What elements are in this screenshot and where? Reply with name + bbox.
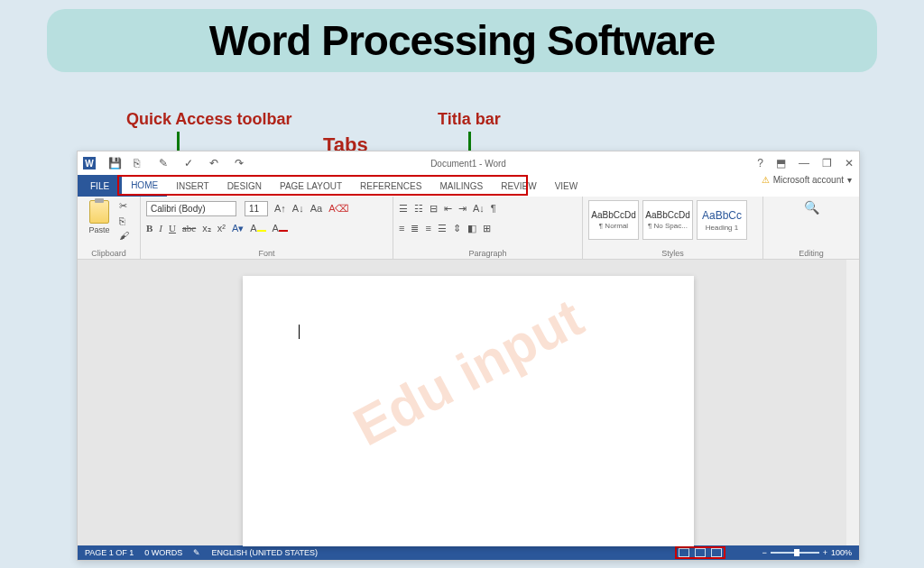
align-left-icon[interactable]: ≡ — [399, 223, 404, 234]
style-name: ¶ Normal — [599, 222, 628, 230]
zoom-value[interactable]: 100% — [831, 548, 852, 557]
grow-font-icon[interactable]: A↑ — [274, 203, 286, 214]
bullet-list-icon[interactable]: ☰ — [399, 203, 408, 215]
status-page[interactable]: PAGE 1 OF 1 — [85, 548, 134, 557]
redo-icon[interactable]: ↷ — [235, 157, 247, 169]
view-buttons — [675, 546, 725, 559]
window-controls: ? ⬒ — ❐ ✕ — [757, 157, 854, 169]
ribbon-group-styles: AaBbCcDd ¶ Normal AaBbCcDd ¶ No Spac... … — [583, 197, 763, 259]
group-label: Paragraph — [399, 249, 577, 259]
view-web-icon[interactable] — [711, 548, 722, 557]
help-icon[interactable]: ? — [757, 157, 763, 169]
multilevel-list-icon[interactable]: ⊟ — [430, 203, 438, 215]
tab-pagelayout[interactable]: PAGE LAYOUT — [271, 175, 351, 197]
font-name-select[interactable]: Calibri (Body) — [146, 201, 236, 216]
annotation-qat: Quick Access toolbar — [126, 110, 291, 129]
font-color-button[interactable]: A — [273, 223, 288, 234]
tab-references[interactable]: REFERENCES — [351, 175, 430, 197]
text-effects-button[interactable]: A▾ — [232, 223, 244, 234]
qat-btn[interactable]: ⎘ — [134, 157, 146, 169]
group-label: Clipboard — [83, 249, 134, 259]
document-area — [78, 260, 859, 545]
superscript-button[interactable]: x² — [217, 223, 226, 234]
change-case-icon[interactable]: Aa — [310, 203, 322, 214]
word-application-window: W 💾 ⎘ ✎ ✓ ↶ ↷ Document1 - Word ? ⬒ — ❐ ✕… — [77, 151, 860, 561]
strikethrough-button[interactable]: abc — [182, 223, 196, 234]
status-language[interactable]: ENGLISH (UNITED STATES) — [211, 548, 318, 557]
style-name: ¶ No Spac... — [648, 222, 688, 230]
status-proof-icon[interactable]: ✎ — [193, 548, 200, 557]
style-heading1[interactable]: AaBbCc Heading 1 — [697, 200, 747, 240]
group-label: Font — [146, 249, 387, 259]
paste-button[interactable]: Paste — [83, 200, 116, 234]
status-bar: PAGE 1 OF 1 0 WORDS ✎ ENGLISH (UNITED ST… — [78, 545, 859, 560]
qat-btn[interactable]: ✎ — [159, 157, 171, 169]
zoom-in-icon[interactable]: + — [823, 548, 827, 557]
minimize-icon[interactable]: — — [799, 157, 809, 169]
font-size-select[interactable]: 11 — [245, 201, 268, 216]
annotation-titlebar: Titla bar — [438, 110, 501, 129]
number-list-icon[interactable]: ☷ — [414, 203, 423, 215]
increase-indent-icon[interactable]: ⇥ — [458, 203, 467, 215]
zoom-slider[interactable]: − + 100% — [762, 548, 852, 557]
zoom-knob[interactable] — [794, 549, 799, 556]
restore-icon[interactable]: ❐ — [822, 157, 832, 169]
bold-button[interactable]: B — [146, 223, 152, 234]
show-marks-icon[interactable]: ¶ — [491, 203, 496, 214]
zoom-out-icon[interactable]: − — [762, 548, 766, 557]
account-area[interactable]: ⚠ Microsoft account ▾ — [762, 175, 852, 185]
tab-home[interactable]: HOME — [122, 175, 167, 197]
borders-icon[interactable]: ⊞ — [483, 223, 491, 234]
highlight-button[interactable]: A — [250, 223, 265, 234]
style-preview: AaBbCcDd — [591, 210, 635, 220]
group-label: Styles — [588, 249, 757, 259]
tab-file[interactable]: FILE — [78, 175, 122, 197]
clear-format-icon[interactable]: A⌫ — [328, 203, 349, 215]
qat-btn[interactable]: ✓ — [184, 157, 197, 169]
ribbon: Paste ✂ ⎘ 🖌 Clipboard Calibri (Body) 11 … — [78, 197, 859, 260]
style-preview: AaBbCcDd — [645, 210, 689, 220]
style-preview: AaBbCc — [702, 209, 742, 222]
undo-icon[interactable]: ↶ — [209, 157, 222, 169]
ribbon-options-icon[interactable]: ⬒ — [776, 157, 786, 169]
tab-review[interactable]: REVIEW — [492, 175, 545, 197]
ribbon-tabs: FILE HOME INSERT DESIGN PAGE LAYOUT REFE… — [78, 175, 859, 197]
cut-icon[interactable]: ✂ — [119, 200, 129, 212]
account-label: Microsoft account — [773, 175, 844, 185]
page-title: Word Processing Software — [74, 16, 850, 65]
sort-icon[interactable]: A↓ — [473, 203, 485, 214]
paste-label: Paste — [88, 225, 109, 234]
ribbon-group-font: Calibri (Body) 11 A↑ A↓ Aa A⌫ B I U abc … — [141, 197, 393, 259]
underline-button[interactable]: U — [169, 223, 176, 234]
warning-icon: ⚠ — [762, 175, 770, 185]
tab-design[interactable]: DESIGN — [218, 175, 271, 197]
tab-mailings[interactable]: MAILINGS — [430, 175, 492, 197]
save-icon[interactable]: 💾 — [108, 157, 121, 169]
shading-icon[interactable]: ◧ — [467, 223, 476, 234]
pointer-qat — [177, 132, 180, 151]
style-name: Heading 1 — [706, 224, 738, 232]
vertical-scrollbar[interactable] — [846, 260, 859, 545]
view-print-icon[interactable] — [695, 548, 706, 557]
tab-view[interactable]: VIEW — [546, 175, 587, 197]
align-right-icon[interactable]: ≡ — [425, 223, 430, 234]
view-read-icon[interactable] — [679, 548, 689, 557]
document-page[interactable] — [243, 276, 694, 546]
align-center-icon[interactable]: ≣ — [411, 223, 419, 234]
zoom-track[interactable] — [771, 552, 819, 554]
status-words[interactable]: 0 WORDS — [144, 548, 182, 557]
decrease-indent-icon[interactable]: ⇤ — [444, 203, 452, 215]
copy-icon[interactable]: ⎘ — [119, 215, 129, 226]
justify-icon[interactable]: ☰ — [438, 223, 447, 234]
line-spacing-icon[interactable]: ⇕ — [453, 223, 461, 234]
format-painter-icon[interactable]: 🖌 — [119, 230, 129, 241]
shrink-font-icon[interactable]: A↓ — [292, 203, 304, 214]
italic-button[interactable]: I — [159, 223, 162, 234]
style-nospacing[interactable]: AaBbCcDd ¶ No Spac... — [642, 200, 693, 240]
tab-insert[interactable]: INSERT — [167, 175, 218, 197]
style-normal[interactable]: AaBbCcDd ¶ Normal — [588, 200, 639, 240]
ribbon-group-editing: 🔍 Editing — [763, 197, 859, 259]
find-icon[interactable]: 🔍 — [804, 200, 819, 215]
subscript-button[interactable]: x₂ — [202, 223, 211, 234]
close-icon[interactable]: ✕ — [845, 157, 854, 169]
